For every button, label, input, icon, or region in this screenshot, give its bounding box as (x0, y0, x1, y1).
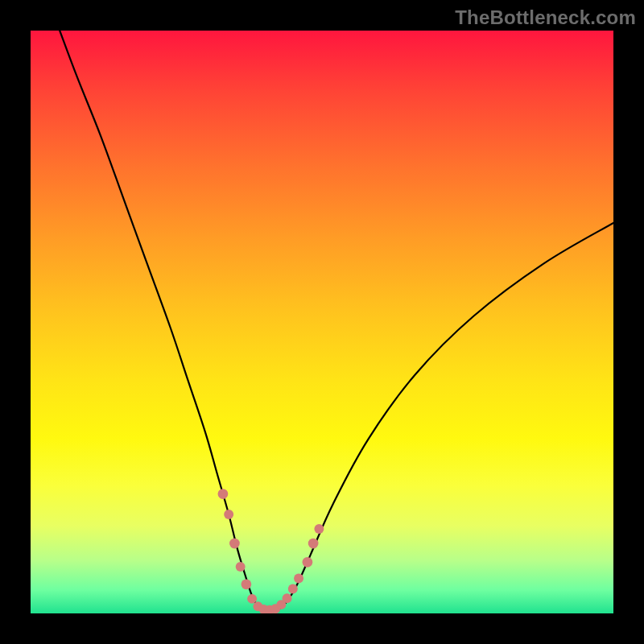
plot-area (31, 31, 613, 613)
chart-container: TheBottleneck.com (0, 0, 644, 644)
watermark-text: TheBottleneck.com (455, 6, 636, 29)
curve-marker (229, 539, 240, 549)
curve-marker (283, 593, 292, 603)
curve-markers (218, 489, 324, 613)
curve-marker (224, 510, 233, 519)
curve-marker (218, 489, 229, 499)
curve-marker (308, 539, 319, 549)
curve-marker (303, 557, 313, 568)
curve-marker (314, 524, 324, 534)
curve-marker (288, 584, 298, 594)
curve-marker (236, 562, 246, 572)
curve-marker (242, 579, 252, 589)
curve-marker (294, 574, 303, 584)
curve-marker (247, 594, 257, 604)
bottleneck-chart-svg (31, 31, 613, 613)
bottleneck-curve (60, 31, 613, 611)
